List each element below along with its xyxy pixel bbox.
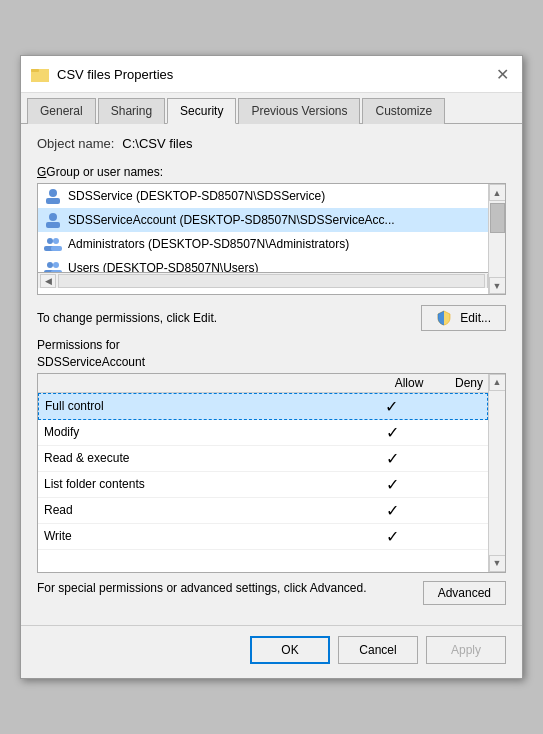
h-scroll-left[interactable]: ◀	[40, 274, 56, 288]
svg-rect-2	[31, 71, 49, 82]
perm-row[interactable]: Read & execute ✓	[38, 446, 488, 472]
user-icon-1	[44, 187, 62, 205]
svg-point-6	[49, 213, 57, 221]
perm-allow: ✓	[362, 475, 422, 494]
properties-dialog: CSV files Properties ✕ General Sharing S…	[20, 55, 523, 679]
svg-point-4	[49, 189, 57, 197]
user-item[interactable]: SDSServiceAccount (DESKTOP-SD8507N\SDSSe…	[38, 208, 488, 232]
title-bar: CSV files Properties ✕	[21, 56, 522, 93]
group-section-label: GGroup or user names:	[37, 165, 506, 179]
edit-button[interactable]: Edit...	[421, 305, 506, 331]
h-scroll-track[interactable]	[58, 274, 485, 288]
user-icon-2	[44, 211, 62, 229]
perm-allow: ✓	[362, 449, 422, 468]
perm-allow: ✓	[362, 527, 422, 546]
advanced-button[interactable]: Advanced	[423, 581, 506, 605]
perm-row[interactable]: Full control ✓	[38, 393, 488, 420]
perm-scroll-down[interactable]: ▼	[489, 555, 506, 572]
perm-name: Read & execute	[44, 451, 362, 465]
object-name-label: Object name:	[37, 136, 114, 151]
apply-button[interactable]: Apply	[426, 636, 506, 664]
shield-icon	[436, 310, 452, 326]
edit-button-label: Edit...	[460, 311, 491, 325]
object-name-value: C:\CSV files	[122, 136, 192, 151]
svg-point-13	[53, 262, 59, 268]
tab-security[interactable]: Security	[167, 98, 236, 124]
svg-rect-3	[31, 69, 39, 72]
perm-name: Read	[44, 503, 362, 517]
user-list-scrollbar[interactable]: ▲ ▼	[488, 184, 505, 294]
edit-info-text: To change permissions, click Edit.	[37, 311, 217, 325]
perm-table-header: Allow Deny	[38, 374, 505, 393]
advanced-text: For special permissions or advanced sett…	[37, 581, 415, 595]
perm-row[interactable]: List folder contents ✓	[38, 472, 488, 498]
perm-allow: ✓	[361, 397, 421, 416]
user-list-container: SDSService (DESKTOP-SD8507N\SDSService) …	[37, 183, 506, 295]
perm-row[interactable]: Modify ✓	[38, 420, 488, 446]
tab-previous-versions[interactable]: Previous Versions	[238, 98, 360, 124]
svg-rect-5	[46, 198, 60, 204]
svg-point-8	[47, 238, 53, 244]
scroll-down-arrow[interactable]: ▼	[489, 277, 506, 294]
perm-name: Write	[44, 529, 362, 543]
title-text: CSV files Properties	[57, 67, 492, 82]
tab-sharing[interactable]: Sharing	[98, 98, 165, 124]
svg-rect-11	[51, 246, 62, 251]
edit-row: To change permissions, click Edit. Edit.…	[37, 305, 506, 331]
user-item[interactable]: Users (DESKTOP-SD8507N\Users)	[38, 256, 488, 272]
perm-allow: ✓	[362, 423, 422, 442]
group-icon-1	[44, 235, 62, 253]
object-name-row: Object name: C:\CSV files	[37, 136, 506, 151]
user-item[interactable]: Administrators (DESKTOP-SD8507N\Administ…	[38, 232, 488, 256]
scroll-thumb[interactable]	[490, 203, 505, 233]
advanced-button-label: Advanced	[438, 586, 491, 600]
svg-rect-7	[46, 222, 60, 228]
user-item[interactable]: SDSService (DESKTOP-SD8507N\SDSService)	[38, 184, 488, 208]
perm-name: List folder contents	[44, 477, 362, 491]
user-name-2: SDSServiceAccount (DESKTOP-SD8507N\SDSSe…	[68, 213, 395, 227]
folder-icon	[31, 65, 49, 83]
user-name-4: Users (DESKTOP-SD8507N\Users)	[68, 261, 259, 272]
svg-point-12	[47, 262, 53, 268]
perm-name: Modify	[44, 425, 362, 439]
perm-scrollbar[interactable]: ▲ ▼	[488, 374, 505, 572]
tab-customize[interactable]: Customize	[362, 98, 445, 124]
advanced-row: For special permissions or advanced sett…	[37, 581, 506, 605]
perm-col-allow: Allow	[379, 376, 439, 390]
perm-col-name	[44, 376, 379, 390]
user-name-1: SDSService (DESKTOP-SD8507N\SDSService)	[68, 189, 325, 203]
permissions-for-label: Permissions for SDSServiceAccount	[37, 337, 506, 371]
ok-button[interactable]: OK	[250, 636, 330, 664]
user-list: SDSService (DESKTOP-SD8507N\SDSService) …	[38, 184, 488, 272]
scroll-up-arrow[interactable]: ▲	[489, 184, 506, 201]
user-name-3: Administrators (DESKTOP-SD8507N\Administ…	[68, 237, 349, 251]
dialog-buttons: OK Cancel Apply	[21, 625, 522, 678]
perm-scroll-up[interactable]: ▲	[489, 374, 506, 391]
perm-row[interactable]: Read ✓	[38, 498, 488, 524]
perm-row[interactable]: Write ✓	[38, 524, 488, 550]
close-button[interactable]: ✕	[492, 64, 512, 84]
svg-point-9	[53, 238, 59, 244]
permissions-table: Allow Deny Full control ✓ Modify ✓ Read …	[37, 373, 506, 573]
content-area: Object name: C:\CSV files GGroup or user…	[21, 124, 522, 617]
h-scrollbar: ◀ ▶	[38, 272, 505, 288]
tab-general[interactable]: General	[27, 98, 96, 124]
perm-rows: Full control ✓ Modify ✓ Read & execute ✓…	[38, 393, 488, 550]
group-icon-2	[44, 259, 62, 272]
cancel-button[interactable]: Cancel	[338, 636, 418, 664]
svg-rect-15	[51, 270, 62, 272]
tab-bar: General Sharing Security Previous Versio…	[21, 93, 522, 124]
perm-allow: ✓	[362, 501, 422, 520]
perm-name: Full control	[45, 399, 361, 413]
